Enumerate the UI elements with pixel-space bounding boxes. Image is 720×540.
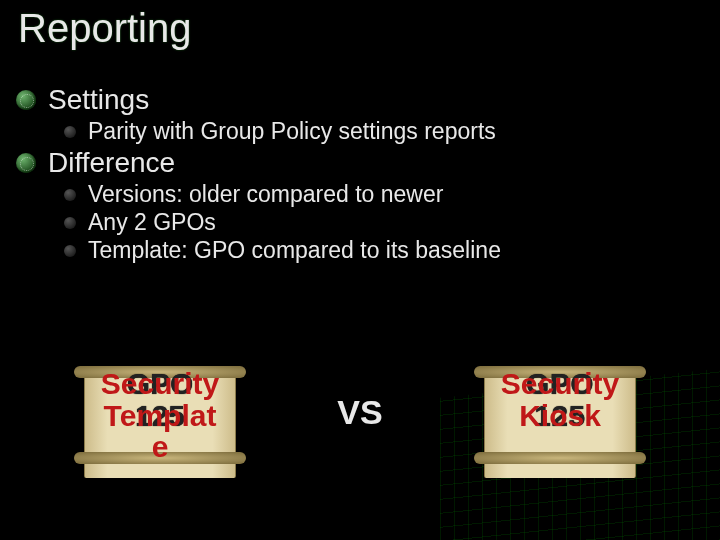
sub-bullet-text: Any 2 GPOs	[88, 209, 216, 236]
sub-bullet: Any 2 GPOs	[64, 209, 704, 236]
bullet-icon	[16, 90, 36, 110]
sub-bullet: Versions: older compared to newer	[64, 181, 704, 208]
left-label: GPO 125 Security Templat e	[70, 368, 250, 431]
bullet-settings: Settings	[16, 84, 704, 116]
sub-bullet-icon	[64, 189, 76, 201]
slide: Reporting Settings Parity with Group Pol…	[0, 0, 720, 540]
scroll-left: GPO 125 Security Templat e	[70, 360, 250, 510]
left-front-text: Security Templat e	[70, 368, 250, 463]
sub-bullet-icon	[64, 245, 76, 257]
bullet-label: Difference	[48, 147, 175, 179]
text: e	[152, 430, 169, 463]
bullet-difference: Difference	[16, 147, 704, 179]
scroll-right: GPO 125 Security Kiosk	[470, 360, 650, 510]
sub-bullet: Parity with Group Policy settings report…	[64, 118, 704, 145]
text: Security	[101, 367, 219, 400]
bullet-icon	[16, 153, 36, 173]
bullet-label: Settings	[48, 84, 149, 116]
right-label: GPO 125 Security Kiosk	[470, 368, 650, 431]
comparison-row: GPO 125 Security Templat e VS GPO	[70, 360, 650, 510]
sub-bullet-text: Versions: older compared to newer	[88, 181, 443, 208]
sub-bullet-text: Template: GPO compared to its baseline	[88, 237, 501, 264]
text: Security	[501, 367, 619, 400]
sub-bullet-text: Parity with Group Policy settings report…	[88, 118, 496, 145]
sub-bullet: Template: GPO compared to its baseline	[64, 237, 704, 264]
text: Templat	[104, 399, 217, 432]
slide-title: Reporting	[18, 6, 191, 51]
content-area: Settings Parity with Group Policy settin…	[16, 82, 704, 265]
vs-label: VS	[337, 393, 382, 432]
text: Kiosk	[519, 399, 601, 432]
sub-bullet-icon	[64, 217, 76, 229]
right-front-text: Security Kiosk	[470, 368, 650, 431]
sub-bullet-icon	[64, 126, 76, 138]
scroll-rod-bottom	[474, 452, 646, 464]
